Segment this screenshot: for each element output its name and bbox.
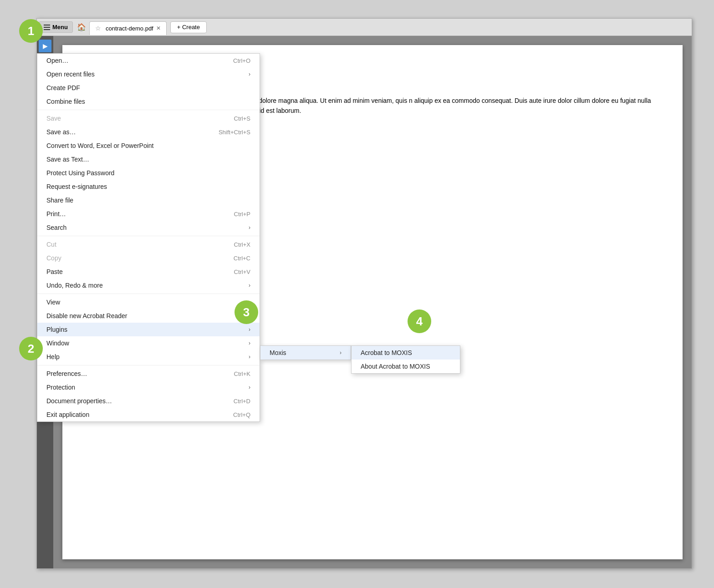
select-tool[interactable]: ▶: [39, 40, 51, 52]
menu-item-save-as-label: Save as…: [46, 128, 76, 136]
menu-item-protection[interactable]: Protection ›: [37, 380, 260, 394]
content-area: ▶ ✏ ✒ A ✦ Vertrag Lorem ipsum dolor sit …: [37, 36, 692, 568]
menu-item-help-arrow: ›: [249, 354, 250, 360]
menu-item-plugins[interactable]: Plugins ›: [37, 323, 260, 336]
menu-item-save-as-shortcut: Shift+Ctrl+S: [219, 129, 250, 136]
home-button[interactable]: 🏠: [75, 21, 88, 33]
tab-close-button[interactable]: ✕: [156, 25, 161, 31]
menu-item-copy: Copy Ctrl+C: [37, 251, 260, 265]
menu-item-preferences[interactable]: Preferences… Ctrl+K: [37, 367, 260, 380]
menu-icon: [44, 25, 50, 30]
badge-1: 1: [19, 19, 43, 43]
menu-item-plugins-arrow: ›: [249, 326, 250, 333]
menu-item-window-label: Window: [46, 340, 69, 347]
menu-item-window[interactable]: Window ›: [37, 336, 260, 350]
moxis-submenu-about[interactable]: About Acrobat to MOXIS: [352, 360, 460, 373]
plugins-submenu-moxis[interactable]: Moxis ›: [260, 346, 351, 360]
menu-item-create-pdf[interactable]: Create PDF: [37, 81, 260, 95]
badge-3: 3: [235, 300, 258, 324]
menu-item-save-text[interactable]: Save as Text…: [37, 152, 260, 166]
menu-item-open-recent-label: Open recent files: [46, 71, 95, 78]
menu-item-protect[interactable]: Protect Using Password: [37, 166, 260, 180]
menu-item-protection-arrow: ›: [249, 384, 250, 390]
menu-item-convert[interactable]: Convert to Word, Excel or PowerPoint: [37, 139, 260, 152]
menu-item-copy-label: Copy: [46, 254, 61, 262]
menu-item-window-arrow: ›: [249, 340, 250, 346]
menu-item-print-label: Print…: [46, 210, 66, 218]
menu-item-combine[interactable]: Combine files: [37, 95, 260, 108]
menu-item-undo-label: Undo, Redo & more: [46, 282, 103, 289]
main-menu: Open… Ctrl+O Open recent files › Create …: [37, 53, 260, 422]
app-window: Menu 🏠 ☆ contract-demo.pdf ✕ + Create ▶ …: [36, 18, 692, 569]
menu-item-doc-props[interactable]: Document properties… Ctrl+D: [37, 394, 260, 408]
menu-item-search-arrow: ›: [249, 224, 250, 231]
separator-2: [37, 236, 260, 236]
menu-item-doc-props-label: Document properties…: [46, 397, 112, 405]
menu-item-cut: Cut Ctrl+X: [37, 238, 260, 251]
menu-item-exit[interactable]: Exit application Ctrl+Q: [37, 408, 260, 421]
menu-item-preferences-label: Preferences…: [46, 370, 87, 377]
menu-item-open[interactable]: Open… Ctrl+O: [37, 54, 260, 67]
menu-item-help-label: Help: [46, 353, 60, 360]
menu-item-paste[interactable]: Paste Ctrl+V: [37, 265, 260, 279]
menu-item-share[interactable]: Share file: [37, 193, 260, 207]
menu-item-esig[interactable]: Request e-signatures: [37, 180, 260, 193]
menu-item-copy-shortcut: Ctrl+C: [234, 255, 250, 262]
menu-item-view[interactable]: View ›: [37, 295, 260, 309]
menu-item-view-label: View: [46, 299, 60, 306]
menu-item-exit-shortcut: Ctrl+Q: [233, 411, 250, 418]
menu-item-paste-label: Paste: [46, 268, 63, 275]
menu-item-print[interactable]: Print… Ctrl+P: [37, 207, 260, 221]
menu-item-convert-label: Convert to Word, Excel or PowerPoint: [46, 142, 154, 149]
menu-item-protect-label: Protect Using Password: [46, 169, 114, 177]
badge-4: 4: [408, 309, 431, 333]
plugins-submenu-moxis-label: Moxis: [270, 349, 286, 356]
menu-item-open-label: Open…: [46, 57, 68, 64]
plugins-submenu-moxis-arrow: ›: [340, 350, 342, 356]
badge-2: 2: [19, 337, 43, 360]
menu-item-save-as[interactable]: Save as… Shift+Ctrl+S: [37, 125, 260, 139]
plugins-submenu: Moxis ›: [260, 345, 351, 360]
menu-item-exit-label: Exit application: [46, 411, 89, 418]
moxis-submenu-acrobat[interactable]: Acrobat to MOXIS: [352, 346, 460, 360]
separator-4: [37, 365, 260, 365]
tab-title: contract-demo.pdf: [106, 25, 153, 32]
menu-item-create-pdf-label: Create PDF: [46, 84, 80, 91]
tab-bar: Menu 🏠 ☆ contract-demo.pdf ✕ + Create: [37, 19, 692, 36]
menu-item-undo-arrow: ›: [249, 282, 250, 289]
menu-item-save-shortcut: Ctrl+S: [234, 115, 250, 122]
moxis-submenu-acrobat-label: Acrobat to MOXIS: [361, 349, 412, 356]
separator-1: [37, 110, 260, 110]
menu-item-cut-label: Cut: [46, 241, 56, 248]
menu-item-open-shortcut: Ctrl+O: [233, 57, 250, 64]
menu-item-save: Save Ctrl+S: [37, 112, 260, 125]
menu-item-search[interactable]: Search ›: [37, 221, 260, 234]
menu-button[interactable]: Menu: [39, 21, 73, 33]
menu-item-plugins-label: Plugins: [46, 326, 67, 333]
menu-label: Menu: [52, 24, 68, 30]
moxis-submenu-about-label: About Acrobat to MOXIS: [361, 363, 430, 370]
separator-3: [37, 294, 260, 294]
menu-item-combine-label: Combine files: [46, 98, 85, 105]
menu-item-save-label: Save: [46, 115, 61, 122]
menu-item-disable-acrobat[interactable]: Disable new Acrobat Reader: [37, 309, 260, 323]
menu-item-search-label: Search: [46, 224, 66, 231]
menu-item-print-shortcut: Ctrl+P: [234, 211, 250, 218]
menu-item-open-recent-arrow: ›: [249, 71, 250, 77]
menu-item-disable-acrobat-label: Disable new Acrobat Reader: [46, 312, 127, 319]
menu-item-paste-shortcut: Ctrl+V: [234, 269, 250, 275]
menu-item-save-text-label: Save as Text…: [46, 156, 89, 163]
menu-item-doc-props-shortcut: Ctrl+D: [234, 398, 250, 405]
create-label: + Create: [177, 24, 200, 30]
menu-item-cut-shortcut: Ctrl+X: [234, 241, 250, 248]
star-icon: ☆: [95, 25, 101, 32]
menu-item-esig-label: Request e-signatures: [46, 183, 107, 190]
menu-item-preferences-shortcut: Ctrl+K: [234, 370, 250, 377]
create-button[interactable]: + Create: [170, 21, 207, 33]
menu-item-protection-label: Protection: [46, 384, 75, 391]
file-tab[interactable]: ☆ contract-demo.pdf ✕: [89, 21, 167, 35]
menu-item-undo[interactable]: Undo, Redo & more ›: [37, 279, 260, 292]
menu-item-open-recent[interactable]: Open recent files ›: [37, 67, 260, 81]
menu-item-help[interactable]: Help ›: [37, 350, 260, 364]
moxis-submenu: Acrobat to MOXIS About Acrobat to MOXIS: [351, 345, 460, 374]
